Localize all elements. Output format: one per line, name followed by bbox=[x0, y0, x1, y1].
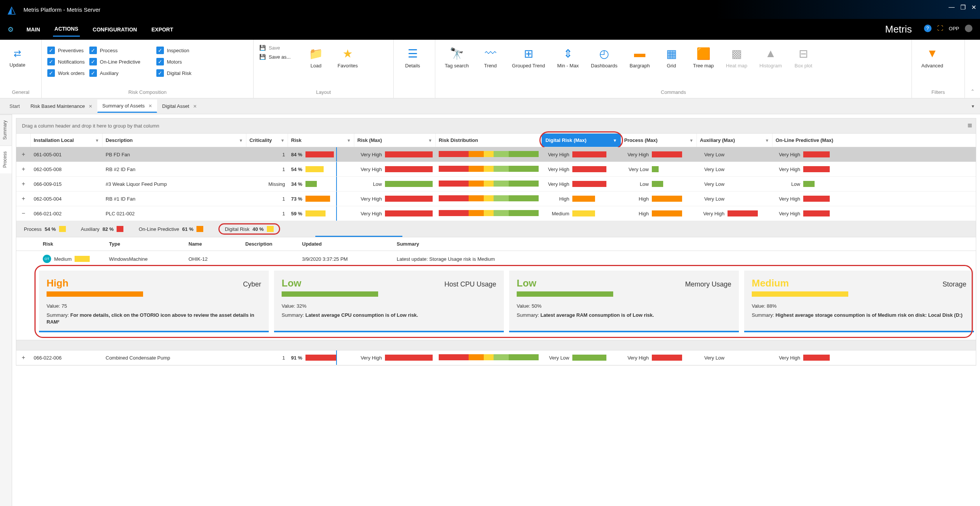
tab-risk-based-maintenance[interactable]: Risk Based Maintenance✕ bbox=[25, 100, 97, 112]
side-tab-process[interactable]: Process bbox=[0, 145, 12, 173]
bargraph-button[interactable]: ▬Bargraph bbox=[626, 45, 653, 71]
side-tab-summary[interactable]: Summary bbox=[0, 114, 12, 145]
favorites-button[interactable]: ★Favorites bbox=[334, 45, 361, 71]
expand-button[interactable]: + bbox=[16, 350, 31, 365]
help-icon[interactable]: ? bbox=[924, 25, 932, 32]
expand-button[interactable]: + bbox=[16, 191, 31, 206]
restore-button[interactable]: ❐ bbox=[960, 4, 966, 11]
dcol-risk[interactable]: Risk bbox=[16, 241, 103, 247]
col-description[interactable]: Description▼ bbox=[103, 134, 247, 147]
col-criticality[interactable]: Criticality▼ bbox=[247, 134, 288, 147]
expand-button[interactable]: + bbox=[16, 162, 31, 177]
check-online-predictive[interactable]: ✓On-Line Predictive bbox=[89, 58, 140, 65]
tag-search-button[interactable]: 🔭Tag search bbox=[441, 45, 473, 71]
dcol-summary[interactable]: Summary bbox=[391, 241, 976, 247]
load-button[interactable]: 📁Load bbox=[303, 45, 329, 71]
tab-close-icon[interactable]: ✕ bbox=[89, 104, 92, 109]
check-motors[interactable]: ✓Motors bbox=[156, 58, 191, 65]
grouped-trend-button[interactable]: ⊞Grouped Trend bbox=[508, 45, 549, 71]
ribbon-collapse-button[interactable]: ⌃ bbox=[965, 40, 980, 98]
check-work-orders[interactable]: ✓Work orders bbox=[47, 69, 85, 77]
grid-options-icon[interactable]: ▦ bbox=[967, 122, 972, 128]
tab-overflow-button[interactable]: ▾ bbox=[972, 103, 974, 109]
ribbon-group-general: General bbox=[6, 87, 36, 95]
ot-icon[interactable]: OT bbox=[43, 255, 51, 263]
risk-card[interactable]: LowHost CPU Usage Value: 32% Summary: La… bbox=[274, 271, 504, 332]
cell-riskmax: Very High bbox=[354, 350, 436, 365]
col-risk-distribution[interactable]: Risk Distribution bbox=[436, 134, 542, 147]
risk-card[interactable]: MediumStorage Value: 88% Summary: Highes… bbox=[744, 271, 974, 332]
minimize-button[interactable]: — bbox=[948, 4, 955, 11]
check-auxiliary[interactable]: ✓Auxiliary bbox=[89, 69, 140, 77]
wave-decoration bbox=[715, 0, 980, 19]
menu-actions[interactable]: ACTIONS bbox=[53, 22, 80, 37]
check-notifications[interactable]: ✓Notifications bbox=[47, 58, 85, 65]
filter-icon[interactable]: ▼ bbox=[95, 138, 99, 143]
tab-summary-of-assets[interactable]: Summary of Assets✕ bbox=[97, 100, 157, 113]
box-plot-button[interactable]: ⊟Box plot bbox=[790, 45, 816, 71]
detail-row[interactable]: OTMedium WindowsMachine OHIK-12 3/9/2020… bbox=[16, 251, 976, 267]
min-max-button[interactable]: ⇕Min - Max bbox=[554, 45, 582, 71]
group-hint-label: Drag a column header and drop it here to… bbox=[22, 123, 159, 129]
update-button[interactable]: ⇄ Update bbox=[6, 45, 29, 72]
tab-close-icon[interactable]: ✕ bbox=[148, 103, 152, 108]
dcol-description[interactable]: Description bbox=[240, 241, 296, 247]
risk-card[interactable]: HighCyber Value: 75 Summary: For more de… bbox=[39, 271, 269, 332]
main-area: Summary Process Drag a column header and… bbox=[0, 114, 980, 506]
dcol-type[interactable]: Type bbox=[103, 241, 183, 247]
check-preventives[interactable]: ✓Preventives bbox=[47, 46, 85, 54]
filter-icon[interactable]: ▼ bbox=[347, 138, 351, 143]
details-button[interactable]: ☰Details bbox=[399, 45, 426, 71]
tab-close-icon[interactable]: ✕ bbox=[193, 104, 197, 109]
settings-gear-icon[interactable]: ⚙ bbox=[8, 25, 14, 34]
menu-main[interactable]: MAIN bbox=[25, 23, 41, 36]
cell-digital: Very High bbox=[542, 162, 621, 177]
trend-button[interactable]: 〰Trend bbox=[477, 45, 504, 71]
col-risk-max[interactable]: Risk (Max)▼ bbox=[354, 134, 436, 147]
save-button[interactable]: 💾Save bbox=[259, 45, 291, 51]
tab-start[interactable]: Start bbox=[4, 103, 25, 109]
heat-map-button[interactable]: ▩Heat map bbox=[722, 45, 751, 71]
risk-card[interactable]: LowMemory Usage Value: 50% Summary: Late… bbox=[509, 271, 739, 332]
tree-map-button[interactable]: 🟧Tree map bbox=[689, 45, 718, 71]
table-row[interactable]: + 062-005-008 RB #2 ID Fan 1 54 % Very H… bbox=[16, 162, 976, 177]
save-as-button[interactable]: 💾Save as... bbox=[259, 54, 291, 60]
fullscreen-icon[interactable]: ⛶ bbox=[937, 25, 943, 32]
check-process[interactable]: ✓Process bbox=[89, 46, 140, 54]
grid-button[interactable]: ▦Grid bbox=[658, 45, 685, 71]
window-title: Metris Platform - Metris Server bbox=[24, 6, 100, 13]
tab-digital-asset[interactable]: Digital Asset✕ bbox=[157, 100, 202, 112]
filter-icon[interactable]: ▼ bbox=[239, 138, 243, 143]
col-installation-local[interactable]: Installation Local▼ bbox=[31, 134, 103, 147]
table-row[interactable]: − 066-021-002 PLC 021-002 1 59 % Very Hi… bbox=[16, 206, 976, 221]
check-digital-risk[interactable]: ✓Digital Risk bbox=[156, 69, 191, 77]
menu-configuration[interactable]: CONFIGURATION bbox=[91, 23, 138, 36]
histogram-button[interactable]: ▲Histogram bbox=[756, 45, 786, 71]
dcol-updated[interactable]: Updated bbox=[296, 241, 391, 247]
advanced-filters-button[interactable]: ▼Advanced bbox=[918, 45, 947, 71]
dcol-name[interactable]: Name bbox=[183, 241, 240, 247]
filter-icon[interactable]: ▼ bbox=[428, 138, 432, 143]
dashboards-button[interactable]: ◴Dashboards bbox=[587, 45, 621, 71]
filter-icon[interactable]: ▼ bbox=[613, 138, 617, 143]
col-risk[interactable]: Risk▼ bbox=[288, 134, 354, 147]
group-by-bar[interactable]: Drag a column header and drop it here to… bbox=[16, 118, 976, 134]
filter-icon[interactable]: ▼ bbox=[280, 138, 285, 143]
expand-button[interactable]: − bbox=[16, 206, 31, 221]
col-digital-risk-max[interactable]: Digital Risk (Max)▼ bbox=[542, 134, 621, 147]
expand-button[interactable]: + bbox=[16, 177, 31, 191]
col-online-predictive-max[interactable]: On-Line Predictive (Max) bbox=[773, 134, 860, 147]
avatar-icon[interactable] bbox=[965, 25, 972, 32]
col-process-max[interactable]: Process (Max)▼ bbox=[621, 134, 697, 147]
filter-icon[interactable]: ▼ bbox=[765, 138, 769, 143]
filter-icon[interactable]: ▼ bbox=[689, 138, 694, 143]
table-row[interactable]: + 066-009-015 #3 Weak Liquor Feed Pump M… bbox=[16, 177, 976, 191]
table-row[interactable]: + 061-005-001 PB FD Fan 1 84 % Very High… bbox=[16, 147, 976, 162]
table-row[interactable]: + 062-005-004 RB #1 ID Fan 1 73 % Very H… bbox=[16, 191, 976, 206]
check-inspection[interactable]: ✓Inspection bbox=[156, 46, 191, 54]
table-row[interactable]: + 066-022-006 Combined Condensate Pump 1… bbox=[16, 350, 976, 365]
expand-button[interactable]: + bbox=[16, 147, 31, 162]
col-auxiliary-max[interactable]: Auxiliary (Max)▼ bbox=[697, 134, 773, 147]
menu-export[interactable]: EXPORT bbox=[150, 23, 175, 36]
close-button[interactable]: ✕ bbox=[971, 4, 976, 11]
